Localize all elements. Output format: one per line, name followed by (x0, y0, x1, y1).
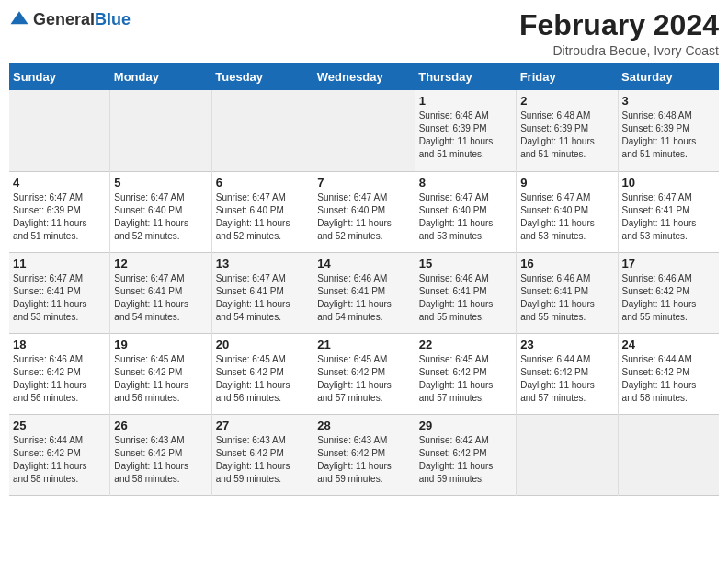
day-info: Sunrise: 6:47 AM Sunset: 6:41 PM Dayligh… (216, 273, 290, 322)
day-number: 2 (520, 94, 613, 108)
calendar-day-cell: 1Sunrise: 6:48 AM Sunset: 6:39 PM Daylig… (415, 90, 516, 171)
day-of-week-header: Sunday (9, 63, 110, 90)
calendar-day-cell: 18Sunrise: 6:46 AM Sunset: 6:42 PM Dayli… (9, 333, 110, 414)
day-number: 27 (216, 419, 309, 432)
calendar-day-cell: 10Sunrise: 6:47 AM Sunset: 6:41 PM Dayli… (618, 171, 719, 252)
day-info: Sunrise: 6:46 AM Sunset: 6:41 PM Dayligh… (419, 273, 494, 322)
day-info: Sunrise: 6:48 AM Sunset: 6:39 PM Dayligh… (520, 110, 595, 159)
calendar-day-cell (211, 90, 313, 171)
day-info: Sunrise: 6:48 AM Sunset: 6:39 PM Dayligh… (622, 110, 697, 159)
calendar-day-cell: 6Sunrise: 6:47 AM Sunset: 6:40 PM Daylig… (211, 171, 313, 252)
day-number: 21 (317, 338, 410, 351)
day-number: 13 (216, 257, 309, 270)
day-number: 11 (13, 257, 106, 270)
calendar-week-row: 25Sunrise: 6:44 AM Sunset: 6:42 PM Dayli… (9, 414, 719, 495)
calendar-day-cell: 13Sunrise: 6:47 AM Sunset: 6:41 PM Dayli… (211, 252, 313, 333)
logo-text-general: General (33, 10, 95, 29)
day-number: 7 (317, 176, 410, 190)
day-info: Sunrise: 6:45 AM Sunset: 6:42 PM Dayligh… (114, 354, 188, 403)
day-number: 22 (419, 338, 512, 351)
calendar-day-cell: 19Sunrise: 6:45 AM Sunset: 6:42 PM Dayli… (110, 333, 211, 414)
calendar-day-cell (110, 90, 211, 171)
calendar-day-cell: 9Sunrise: 6:47 AM Sunset: 6:40 PM Daylig… (517, 171, 618, 252)
calendar-day-cell: 21Sunrise: 6:45 AM Sunset: 6:42 PM Dayli… (313, 333, 415, 414)
day-number: 16 (520, 257, 613, 270)
calendar-day-cell: 25Sunrise: 6:44 AM Sunset: 6:42 PM Dayli… (9, 414, 110, 495)
calendar-table: SundayMondayTuesdayWednesdayThursdayFrid… (9, 63, 719, 496)
day-number: 1 (419, 94, 512, 108)
calendar-day-cell: 14Sunrise: 6:46 AM Sunset: 6:41 PM Dayli… (313, 252, 415, 333)
calendar-day-cell: 12Sunrise: 6:47 AM Sunset: 6:41 PM Dayli… (110, 252, 211, 333)
logo-text-blue: Blue (95, 10, 131, 29)
calendar-day-cell: 2Sunrise: 6:48 AM Sunset: 6:39 PM Daylig… (517, 90, 618, 171)
day-number: 28 (317, 419, 410, 432)
calendar-day-cell: 7Sunrise: 6:47 AM Sunset: 6:40 PM Daylig… (313, 171, 415, 252)
svg-marker-0 (10, 11, 28, 24)
calendar-day-cell: 5Sunrise: 6:47 AM Sunset: 6:40 PM Daylig… (110, 171, 211, 252)
day-info: Sunrise: 6:47 AM Sunset: 6:40 PM Dayligh… (317, 192, 392, 241)
day-number: 3 (622, 94, 715, 108)
calendar-day-cell: 26Sunrise: 6:43 AM Sunset: 6:42 PM Dayli… (110, 414, 211, 495)
day-number: 19 (114, 338, 207, 351)
day-number: 6 (216, 176, 309, 190)
day-number: 8 (419, 176, 512, 190)
day-number: 18 (13, 338, 106, 351)
day-number: 23 (520, 338, 613, 351)
calendar-day-cell: 29Sunrise: 6:42 AM Sunset: 6:42 PM Dayli… (415, 414, 516, 495)
day-info: Sunrise: 6:45 AM Sunset: 6:42 PM Dayligh… (419, 354, 494, 403)
day-info: Sunrise: 6:46 AM Sunset: 6:41 PM Dayligh… (520, 273, 595, 322)
calendar-day-cell: 16Sunrise: 6:46 AM Sunset: 6:41 PM Dayli… (517, 252, 618, 333)
day-number: 4 (13, 176, 106, 190)
calendar-week-row: 4Sunrise: 6:47 AM Sunset: 6:39 PM Daylig… (9, 171, 719, 252)
calendar-day-cell (9, 90, 110, 171)
day-of-week-header: Saturday (618, 63, 719, 90)
day-info: Sunrise: 6:44 AM Sunset: 6:42 PM Dayligh… (13, 435, 87, 484)
day-info: Sunrise: 6:43 AM Sunset: 6:42 PM Dayligh… (114, 435, 188, 484)
day-info: Sunrise: 6:47 AM Sunset: 6:40 PM Dayligh… (114, 192, 188, 241)
calendar-week-row: 18Sunrise: 6:46 AM Sunset: 6:42 PM Dayli… (9, 333, 719, 414)
day-of-week-header: Friday (517, 63, 618, 90)
generalblue-logo-icon (9, 9, 29, 29)
day-info: Sunrise: 6:47 AM Sunset: 6:40 PM Dayligh… (520, 192, 595, 241)
calendar-day-cell: 11Sunrise: 6:47 AM Sunset: 6:41 PM Dayli… (9, 252, 110, 333)
day-of-week-header: Monday (110, 63, 211, 90)
day-number: 10 (622, 176, 715, 190)
calendar-day-cell (313, 90, 415, 171)
calendar-day-cell: 20Sunrise: 6:45 AM Sunset: 6:42 PM Dayli… (211, 333, 313, 414)
calendar-day-cell: 28Sunrise: 6:43 AM Sunset: 6:42 PM Dayli… (313, 414, 415, 495)
day-of-week-header: Wednesday (313, 63, 415, 90)
day-number: 12 (114, 257, 207, 270)
day-info: Sunrise: 6:44 AM Sunset: 6:42 PM Dayligh… (520, 354, 595, 403)
calendar-day-cell: 15Sunrise: 6:46 AM Sunset: 6:41 PM Dayli… (415, 252, 516, 333)
day-info: Sunrise: 6:47 AM Sunset: 6:41 PM Dayligh… (622, 192, 697, 241)
day-info: Sunrise: 6:47 AM Sunset: 6:41 PM Dayligh… (114, 273, 188, 322)
calendar-week-row: 11Sunrise: 6:47 AM Sunset: 6:41 PM Dayli… (9, 252, 719, 333)
calendar-day-cell: 27Sunrise: 6:43 AM Sunset: 6:42 PM Dayli… (211, 414, 313, 495)
day-info: Sunrise: 6:47 AM Sunset: 6:41 PM Dayligh… (13, 273, 87, 322)
day-info: Sunrise: 6:47 AM Sunset: 6:39 PM Dayligh… (13, 192, 87, 241)
calendar-day-cell: 4Sunrise: 6:47 AM Sunset: 6:39 PM Daylig… (9, 171, 110, 252)
day-number: 17 (622, 257, 715, 270)
header-area: GeneralBlue February 2024 Ditroudra Beou… (9, 9, 719, 58)
day-info: Sunrise: 6:43 AM Sunset: 6:42 PM Dayligh… (317, 435, 392, 484)
day-info: Sunrise: 6:46 AM Sunset: 6:42 PM Dayligh… (13, 354, 87, 403)
day-number: 9 (520, 176, 613, 190)
day-info: Sunrise: 6:48 AM Sunset: 6:39 PM Dayligh… (419, 110, 494, 159)
day-info: Sunrise: 6:43 AM Sunset: 6:42 PM Dayligh… (216, 435, 290, 484)
day-number: 15 (419, 257, 512, 270)
calendar-week-row: 1Sunrise: 6:48 AM Sunset: 6:39 PM Daylig… (9, 90, 719, 171)
day-number: 14 (317, 257, 410, 270)
day-number: 25 (13, 419, 106, 432)
day-number: 24 (622, 338, 715, 351)
day-number: 29 (419, 419, 512, 432)
day-info: Sunrise: 6:47 AM Sunset: 6:40 PM Dayligh… (216, 192, 290, 241)
calendar-day-cell (517, 414, 618, 495)
calendar-day-cell: 3Sunrise: 6:48 AM Sunset: 6:39 PM Daylig… (618, 90, 719, 171)
day-info: Sunrise: 6:46 AM Sunset: 6:42 PM Dayligh… (622, 273, 697, 322)
day-info: Sunrise: 6:44 AM Sunset: 6:42 PM Dayligh… (622, 354, 697, 403)
title-area: February 2024 Ditroudra Beoue, Ivory Coa… (519, 9, 719, 58)
day-info: Sunrise: 6:46 AM Sunset: 6:41 PM Dayligh… (317, 273, 392, 322)
subtitle: Ditroudra Beoue, Ivory Coast (519, 43, 719, 58)
calendar-header-row: SundayMondayTuesdayWednesdayThursdayFrid… (9, 63, 719, 90)
day-number: 26 (114, 419, 207, 432)
